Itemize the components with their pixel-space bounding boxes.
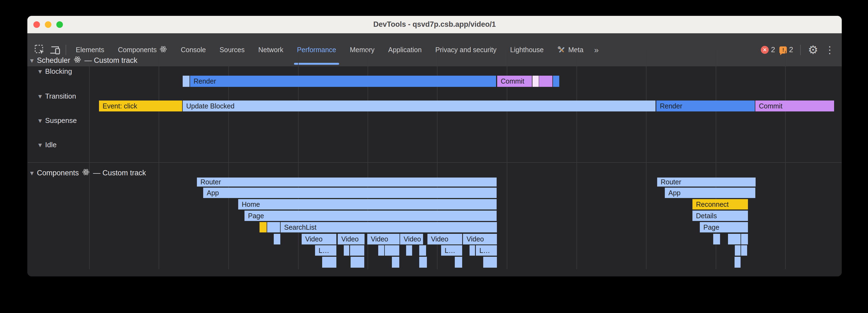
tab-label: Application [388,46,422,54]
flame-bar-render[interactable]: Render [190,76,496,87]
react-atom-icon [82,168,90,178]
flame-bar-video[interactable]: Video [400,234,423,244]
flame-bar[interactable] [274,234,280,244]
flame-bar[interactable] [322,257,336,268]
lane-label-suspense: ▼Suspense [38,116,77,125]
fullscreen-button[interactable] [56,21,63,28]
flame-bar[interactable] [350,245,364,256]
menu-kebab-icon[interactable]: ⋮ [823,45,837,55]
inspect-element-icon[interactable] [32,42,48,58]
flame-bar-app[interactable]: App [203,188,497,198]
flame-bar-details[interactable]: Details [692,211,748,221]
window-titlebar[interactable]: DevTools - qsvd7p.csb.app/video/1 [27,16,842,33]
flame-bar-label: Video [367,235,388,243]
lane-label-blocking: ▼Blocking [38,67,72,76]
device-toolbar-icon[interactable] [48,42,63,58]
flame-bar[interactable] [470,245,475,256]
flame-bar[interactable] [344,245,349,256]
flame-bar-event-click[interactable]: Event: click [99,101,182,111]
flame-bar-page[interactable]: Page [700,222,748,233]
flame-bar-render[interactable]: Render [656,101,755,111]
flame-bar-home[interactable]: Home [238,199,497,209]
flame-bar[interactable] [455,257,462,268]
more-tabs-button[interactable]: » [590,45,602,55]
flame-bar-update-blocked[interactable]: Update Blocked [183,101,655,111]
tab-label: Sources [220,46,245,54]
tab-meta[interactable]: Meta [551,33,590,66]
flame-bar-video[interactable]: Video [428,234,462,244]
tab-privacy-and-security[interactable]: Privacy and security [429,33,503,66]
minimize-button[interactable] [45,21,52,28]
console-errors-badge[interactable]: ✕ 2 [761,46,775,54]
flame-bar-label: Home [238,201,260,208]
flame-bar-app[interactable]: App [665,188,755,198]
flame-bar-video[interactable]: Video [302,234,336,244]
flame-bar-router[interactable]: Router [657,177,755,186]
flame-bar-l-[interactable]: L… [441,245,462,256]
disclosure-triangle[interactable]: ▼ [38,94,42,99]
disclosure-triangle[interactable]: ▼ [38,69,42,74]
disclosure-triangle[interactable]: ▼ [30,58,34,63]
tab-sources[interactable]: Sources [213,33,252,66]
tab-lighthouse[interactable]: Lighthouse [503,33,551,66]
flame-bar[interactable] [259,222,267,233]
flame-bar-reconnect[interactable]: Reconnect [692,199,748,209]
flame-bar-commit[interactable]: Commit [497,76,532,87]
flame-bar-searchlist[interactable]: SearchList [281,222,497,233]
flame-bar[interactable] [728,234,741,244]
flame-bar-label: L… [441,247,455,254]
disclosure-triangle[interactable]: ▼ [38,142,42,148]
flame-bar[interactable] [392,257,399,268]
lane-name: Blocking [45,67,72,76]
flame-bar[interactable] [553,76,559,87]
flame-bar-router[interactable]: Router [197,177,497,186]
flame-bar[interactable] [183,76,189,87]
flame-bar[interactable] [267,222,280,233]
tab-network[interactable]: Network [251,33,290,66]
lane-label-idle: ▼Idle [38,141,57,149]
flame-bar-page[interactable]: Page [245,211,497,221]
flame-bar[interactable] [713,234,720,244]
flame-bar[interactable] [735,257,741,268]
flame-bar-label: Render [190,77,216,85]
flame-bar[interactable] [483,257,497,268]
flame-bar[interactable] [350,257,364,268]
flame-bar[interactable] [532,76,539,87]
flame-bar[interactable] [385,245,399,256]
flame-bar[interactable] [419,257,427,268]
flame-bar-video[interactable]: Video [367,234,400,244]
issues-badge[interactable]: ! 2 [779,46,793,54]
flame-bar[interactable] [539,76,552,87]
flame-bar-label: Video [463,235,484,243]
flame-bar[interactable] [406,245,412,256]
tab-memory[interactable]: Memory [343,33,381,66]
flame-bar[interactable] [735,245,741,256]
flame-bar[interactable] [419,245,426,256]
settings-gear-icon[interactable]: ⚙ [808,44,818,56]
flame-bar-video[interactable]: Video [463,234,497,244]
tab-label: Network [258,46,283,54]
flame-bar-l-[interactable]: L… [476,245,497,256]
timeline-gridline [646,51,647,269]
flame-bar[interactable] [741,234,748,244]
flame-bar-video[interactable]: Video [338,234,365,244]
tab-application[interactable]: Application [381,33,429,66]
screen: DevTools - qsvd7p.csb.app/video/1 Elemen… [0,0,868,313]
close-button[interactable] [33,21,40,28]
disclosure-triangle[interactable]: ▼ [38,118,42,124]
track-kind: — Custom track [93,169,146,177]
timeline-gridline [89,51,90,269]
flame-bar-commit[interactable]: Commit [755,101,834,111]
tab-label: Meta [568,46,584,54]
flame-bar[interactable] [378,245,384,256]
error-icon: ✕ [761,46,769,54]
flame-bar-l-[interactable]: L… [315,245,336,256]
error-count: 2 [771,46,775,54]
flame-bar-label: L… [315,247,329,254]
tab-console[interactable]: Console [174,33,213,66]
performance-flamechart-panel[interactable] [27,66,842,276]
tab-label: Performance [297,46,336,54]
flame-bar-label: App [665,189,680,197]
flame-bar[interactable] [741,245,747,256]
disclosure-triangle[interactable]: ▼ [30,170,34,176]
